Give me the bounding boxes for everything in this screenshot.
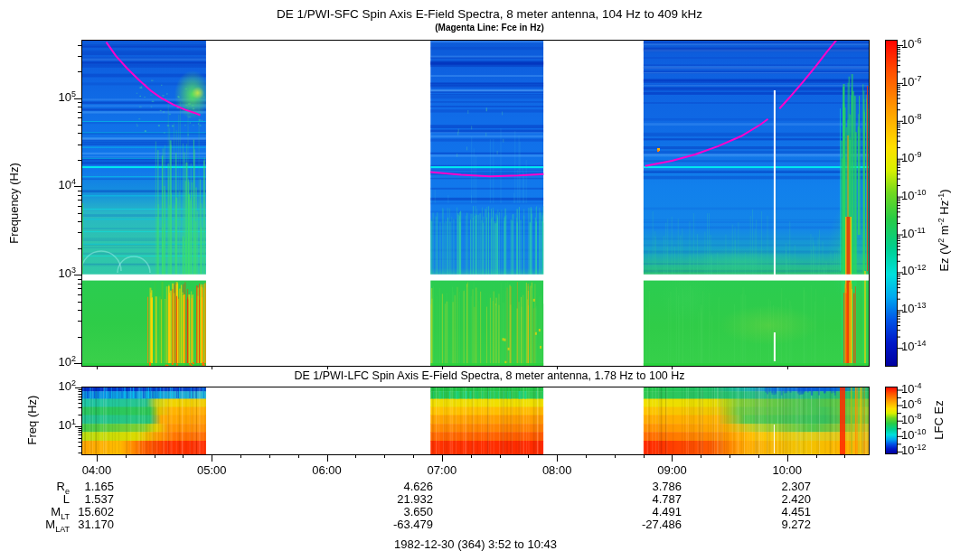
sfc-colorbar-tick-label: 10-14 — [901, 340, 941, 353]
footer-date-line: 1982-12-30 (364) 3:52 to 10:43 — [81, 537, 870, 551]
x-tick-label: 05:00 — [186, 463, 237, 477]
ephemeris-value: 31.170 — [38, 518, 114, 531]
lfc-y-tick-label: 101 — [38, 418, 76, 432]
ephemeris-value: 3.786 — [606, 480, 682, 493]
ephemeris-value: -27.486 — [606, 518, 682, 531]
sfc-y-tick-label: 104 — [38, 178, 76, 191]
ephemeris-value: 21.932 — [357, 492, 433, 506]
ephemeris-value: 1.165 — [38, 480, 114, 493]
lfc-colorbar-tick-label: 10-12 — [901, 443, 941, 457]
ephemeris-value: 4.626 — [357, 480, 433, 493]
x-tick-label: 10:00 — [762, 463, 813, 477]
sfc-colorbar-tick-label: 10-9 — [901, 151, 941, 164]
x-tick-label: 09:00 — [646, 463, 697, 477]
ephemeris-value: 3.650 — [357, 505, 433, 518]
sfc-ylabel: Frequency (Hz) — [7, 68, 22, 339]
lfc-title: DE 1/PWI-LFC Spin Axis E-Field Spectra, … — [0, 369, 979, 382]
ephemeris-value: 2.307 — [735, 480, 811, 493]
lfc-colorbar-tick-label: 10-10 — [901, 428, 941, 442]
lfc-colorbar-tick-label: 10-6 — [901, 397, 941, 411]
sfc-colorbar-tick-label: 10-11 — [901, 227, 941, 240]
sfc-colorbar-tick-label: 10-10 — [901, 189, 941, 202]
spectrogram-canvas — [0, 0, 979, 560]
sfc-colorbar-tick-label: 10-6 — [901, 37, 941, 51]
lfc-y-tick-label: 102 — [38, 379, 76, 393]
ephemeris-value: 4.451 — [735, 505, 811, 518]
sfc-colorbar-tick-label: 10-7 — [901, 75, 941, 89]
lfc-colorbar-tick-label: 10-8 — [901, 413, 941, 426]
sfc-y-tick-label: 102 — [38, 355, 76, 369]
spectra-figure: DE 1/PWI-SFC Spin Axis E-Field Spectra, … — [0, 0, 979, 560]
ephemeris-value: -63.479 — [357, 518, 433, 531]
ephemeris-value: 9.272 — [735, 518, 811, 531]
lfc-colorbar-tick-label: 10-4 — [901, 382, 941, 396]
x-tick-label: 07:00 — [417, 463, 467, 477]
page-title: DE 1/PWI-SFC Spin Axis E-Field Spectra, … — [0, 7, 979, 21]
ephemeris-value: 1.537 — [38, 492, 114, 506]
ephemeris-value: 15.602 — [38, 505, 114, 518]
x-tick-label: 08:00 — [532, 463, 582, 477]
x-tick-label: 04:00 — [71, 463, 122, 477]
sfc-colorbar-tick-label: 10-12 — [901, 264, 941, 277]
page-subtitle: (Magenta Line: Fce in Hz) — [0, 23, 979, 33]
sfc-y-tick-label: 105 — [38, 90, 76, 104]
x-tick-label: 06:00 — [302, 463, 353, 477]
sfc-colorbar-tick-label: 10-13 — [901, 302, 941, 315]
ephemeris-value: 4.491 — [606, 505, 682, 518]
ephemeris-value: 2.420 — [735, 492, 811, 506]
sfc-colorbar-tick-label: 10-8 — [901, 113, 941, 126]
sfc-y-tick-label: 103 — [38, 266, 76, 280]
ephemeris-value: 4.787 — [606, 492, 682, 506]
